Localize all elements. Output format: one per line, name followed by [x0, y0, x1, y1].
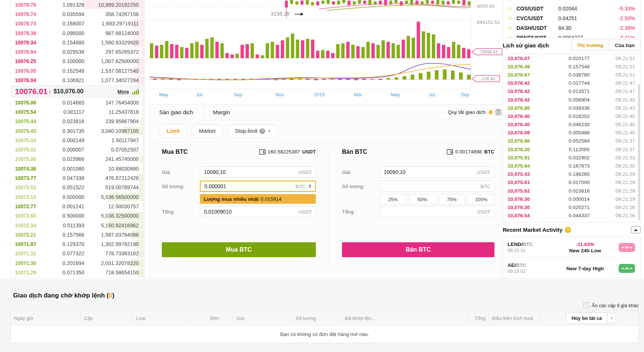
orderbook-buy-row[interactable]: 10075.430.3017353,040.10987105: [11, 126, 144, 135]
history-row[interactable]: 10,076.800.05256409:21:37: [503, 137, 640, 145]
history-row[interactable]: 10,076.540.04433709:21:26: [503, 212, 640, 220]
history-amount: 0.056904: [546, 97, 612, 103]
orderbook-buy-row[interactable]: 10073.770.047338476.87212426: [11, 173, 144, 183]
chevron-down-icon[interactable]: ▼: [607, 313, 616, 323]
star-icon[interactable]: ☆: [508, 15, 516, 22]
history-row[interactable]: 10,076.420.02774409:21:47: [503, 79, 640, 87]
tab-exchange[interactable]: Sàn giao dịch: [150, 105, 203, 120]
history-row[interactable]: 10,075.910.03290209:21:33: [503, 153, 640, 162]
history-row[interactable]: 10,075.430.19826509:21:29: [503, 170, 640, 178]
cancel-all-button[interactable]: Hủy bỏ tất cả: [566, 312, 607, 324]
order-type-stop-limit[interactable]: Stop-limit ? ▼: [227, 124, 279, 138]
orderbook-buy-row[interactable]: 10072.340.5113935,150.92416962: [11, 221, 144, 230]
history-row[interactable]: 10,076.070.02017709:21:51: [503, 54, 640, 62]
activity-row[interactable]: AE/BTC09:18:02New 7-day High: [503, 258, 640, 278]
orderbook-sell-row[interactable]: 10076.250.1000001,007.62500000: [11, 57, 144, 66]
history-row[interactable]: 10,076.400.01620209:21:40: [503, 112, 640, 120]
sell-total-input[interactable]: USDT: [380, 206, 494, 217]
orderbook-sell-row[interactable]: 10078.751.09132610,999.20192250: [11, 0, 144, 9]
history-row[interactable]: 10,076.420.01357109:21:47: [503, 87, 640, 96]
orderbook-buy-row[interactable]: 10071.310.077322778.73383182: [11, 249, 144, 258]
orderbook-buy-row[interactable]: 10071.290.071350718.58654150: [11, 268, 144, 277]
x-axis-label: Sep: [233, 92, 242, 97]
scrollbar[interactable]: [638, 84, 640, 220]
history-row[interactable]: 10,075.840.16767309:21:30: [503, 162, 640, 170]
order-total: 1,587.03784086: [84, 232, 139, 238]
watchlist-row[interactable]: ☆DASH/USDT84.30-2.39%: [503, 23, 640, 33]
orderbook-sell-row[interactable]: 10078.740.035594358.74267156: [11, 9, 144, 19]
tab-your-history[interactable]: Của bạn: [609, 40, 640, 50]
orderbook-buy-row[interactable]: 10074.360.00108010.88030880: [11, 164, 144, 173]
orderbook-buy-row[interactable]: 10075.440.023816239.95667904: [11, 117, 144, 126]
history-row[interactable]: 10,076.420.05690409:21:45: [503, 96, 640, 104]
stop-limit-help-icon[interactable]: ?: [260, 128, 265, 134]
orderbook-buy-row[interactable]: 10075.540.00111711.25437818: [11, 107, 144, 116]
orderbook-buy-row[interactable]: 10075.030.0001491.50117947: [11, 135, 144, 145]
history-row[interactable]: 10,075.620.02381609:21:29: [503, 187, 640, 195]
percent-button[interactable]: 25%: [380, 194, 406, 205]
more-link[interactable]: More: [117, 89, 129, 94]
order-type-limit[interactable]: Limit: [159, 124, 188, 138]
orderbook-buy-row[interactable]: 10071.870.1293701,302.99782190: [11, 239, 144, 249]
history-row[interactable]: 10,076.200.11208509:21:37: [503, 145, 640, 153]
watchlist-row[interactable]: ☆COS/USDT0.02044-5.33%: [503, 4, 640, 13]
tab-margin[interactable]: Margin: [203, 105, 240, 120]
depth-chart-icon[interactable]: [132, 89, 139, 94]
price-chart[interactable]: 4000.00684152.5172699.61-139.433156.26Ma…: [144, 0, 508, 100]
star-icon[interactable]: ☆: [508, 25, 516, 31]
history-row[interactable]: 10,076.400.04623009:21:40: [503, 121, 640, 129]
watchlist-row[interactable]: ☆: [503, 0, 640, 4]
column-header: Giá: [233, 311, 293, 325]
calculator-icon[interactable]: [496, 109, 501, 115]
buy-button[interactable]: Mua BTC: [162, 242, 316, 257]
watchlist-row[interactable]: ☆CVC/USDT0.04251-2.50%: [503, 13, 640, 23]
hide-pairs-checkbox[interactable]: [583, 302, 589, 308]
sell-price-input[interactable]: 10090,10 USDT: [380, 166, 494, 178]
buy-price-input[interactable]: 10090,10 USDT: [200, 166, 316, 178]
history-row[interactable]: 10,076.670.03876009:21:51: [503, 71, 640, 79]
orderbook-buy-row[interactable]: 10075.010.0000070.07052507: [11, 145, 144, 154]
wallet-icon[interactable]: [259, 149, 266, 155]
buy-total-input[interactable]: 0,01009010 USDT: [200, 206, 316, 217]
history-row[interactable]: 10,076.800.03933609:21:42: [503, 104, 640, 112]
orderbook-buy-row[interactable]: 10072.210.1575661,587.03784086: [11, 230, 144, 239]
orderbook-buy-row[interactable]: 10071.300.2016942,031.32078220: [11, 258, 144, 268]
orderbook-buy-row[interactable]: 10076.000.014665147.76454000: [11, 98, 144, 107]
orderbook-sell-row[interactable]: 10076.940.029538297.65265372: [11, 47, 144, 56]
buy-amount-input[interactable]: 0,000001 BTC ▲▼: [200, 181, 316, 192]
watchlist-row[interactable]: ☆DENT/USDT0.0004277-3.41%: [503, 33, 640, 38]
orderbook-buy-row[interactable]: 10073.130.5000005,036.56500000: [11, 192, 144, 202]
sell-amount-input[interactable]: BTC: [380, 181, 494, 192]
history-row[interactable]: 10,076.300.02027109:21:26: [503, 203, 640, 211]
star-icon[interactable]: ☆: [508, 0, 516, 2]
order-type-market[interactable]: Market: [191, 124, 223, 138]
percent-button[interactable]: 100%: [468, 194, 494, 205]
trend-down-icon[interactable]: [619, 243, 635, 252]
star-icon[interactable]: ☆: [508, 34, 516, 38]
trend-up-icon[interactable]: [619, 264, 635, 273]
history-row[interactable]: 10,076.300.00001409:21:29: [503, 195, 640, 203]
wallet-icon[interactable]: [447, 149, 453, 155]
activity-row[interactable]: LEND/BTC09:21:11-11.63%New 24h Low: [503, 237, 640, 258]
collapse-button[interactable]: [631, 226, 641, 233]
orderbook-sell-row[interactable]: 10078.340.1548801,560.93329920: [11, 38, 144, 47]
sell-button[interactable]: Bán BTC: [342, 242, 494, 257]
orderbook-buy-row[interactable]: 10072.770.00124112.50030757: [11, 202, 144, 211]
history-row[interactable]: 10,076.480.15754809:21:51: [503, 62, 640, 71]
quantity-stepper[interactable]: ▲▼: [308, 184, 311, 189]
orderbook-sell-row[interactable]: 10076.050.1525481,537.08127540: [11, 66, 144, 75]
orderbook-buy-row[interactable]: 10075.000.023966241.45745000: [11, 155, 144, 164]
tab-market-history[interactable]: Thị trường: [572, 40, 609, 50]
trading-rules-label[interactable]: Quy tắt giao dịch: [448, 109, 486, 115]
orderbook-buy-row[interactable]: 10073.520.051522519.00789744: [11, 183, 144, 192]
orderbook-sell-row[interactable]: 10076.040.1069211,077.34027284: [11, 75, 144, 85]
orderbook-sell-row[interactable]: 10078.730.1680071,693.29719111: [11, 19, 144, 28]
star-icon[interactable]: ☆: [508, 5, 516, 12]
orderbook-sell-row[interactable]: 10078.380.098000987.68124000: [11, 28, 144, 38]
history-row[interactable]: 10,075.610.01700009:21:29: [503, 178, 640, 187]
percent-button[interactable]: 50%: [409, 194, 436, 205]
history-row[interactable]: 10,076.090.00548809:21:40: [503, 129, 640, 137]
orderbook-buy-row[interactable]: 10072.650.5000005,036.32500000: [11, 211, 144, 221]
help-icon[interactable]: ?: [565, 227, 571, 233]
percent-button[interactable]: 75%: [439, 194, 465, 205]
